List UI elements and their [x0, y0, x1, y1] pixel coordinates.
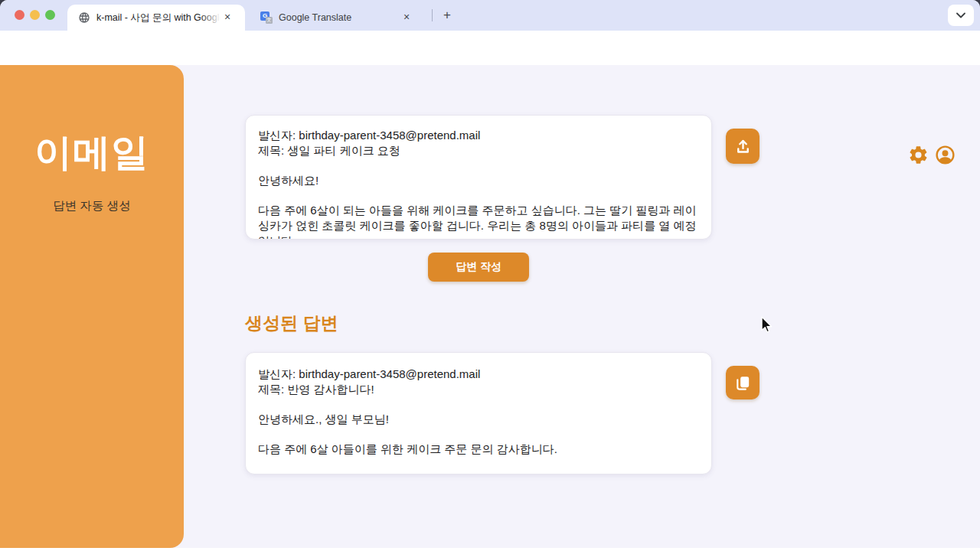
generated-reply-card: 발신자: birthday-parent-3458@pretend.mail 제…	[245, 352, 712, 474]
reply-body-1: 다음 주에 6살 아들이를 위한 케이크 주문 문의 감사합니다.	[258, 442, 699, 457]
generate-reply-button[interactable]: 답변 작성	[428, 253, 529, 282]
reply-sender-line: 발신자: birthday-parent-3458@pretend.mail	[258, 367, 699, 382]
chevron-down-icon	[956, 12, 965, 18]
incoming-body: 다음 주에 6살이 되는 아들을 위해 케이크를 주문하고 싶습니다. 그는 딸…	[258, 203, 699, 240]
tab-title: k-mail - 사업 문의 with Google	[96, 11, 220, 24]
browser-toolbar: 127.0.0.1:5000	[0, 31, 980, 65]
copy-icon	[734, 374, 752, 392]
upload-icon	[734, 138, 752, 155]
app-subtitle: 답변 자동 생성	[0, 198, 184, 214]
settings-button[interactable]	[908, 145, 929, 165]
tab-separator	[432, 9, 433, 21]
sidebar: 이메일 답변 자동 생성	[0, 65, 184, 548]
page-content: 이메일 답변 자동 생성 발신자: birthday-parent-3458@p…	[0, 65, 980, 548]
reply-body-2: 딸기 필링과 레이싱카가 위한 초콜릿 케이크, 정말 귀엽네요!	[258, 471, 699, 474]
tab-close-icon[interactable]: ×	[400, 11, 413, 24]
tab-google-translate[interactable]: G 文 Google Translate ×	[253, 5, 427, 31]
new-tab-button[interactable]: +	[438, 6, 456, 24]
mouse-cursor	[759, 316, 774, 334]
incoming-greeting: 안녕하세요!	[258, 173, 699, 188]
macos-minimize-button[interactable]	[30, 10, 40, 20]
browser-window: k-mail - 사업 문의 with Google × G 文 Google …	[0, 0, 980, 551]
gear-icon	[908, 145, 929, 165]
tab-search-button[interactable]	[948, 5, 974, 26]
account-circle-icon	[934, 144, 956, 166]
reply-subject-line: 제목: 반영 감사합니다!	[258, 382, 699, 397]
app-title: 이메일	[0, 128, 184, 178]
tab-close-icon[interactable]: ×	[220, 11, 234, 24]
incoming-sender-line: 발신자: birthday-parent-3458@pretend.mail	[258, 128, 699, 143]
profile-button[interactable]	[934, 144, 956, 166]
globe-favicon-icon	[78, 11, 90, 24]
tab-strip: k-mail - 사업 문의 with Google × G 文 Google …	[0, 0, 980, 31]
reply-section-heading: 생성된 답변	[245, 311, 338, 335]
google-translate-favicon-icon: G 文	[260, 11, 273, 24]
incoming-subject-line: 제목: 생일 파티 케이크 요청	[258, 143, 699, 158]
incoming-email-card: 발신자: birthday-parent-3458@pretend.mail 제…	[245, 115, 712, 240]
tab-kmail[interactable]: k-mail - 사업 문의 with Google ×	[67, 5, 245, 31]
reply-greeting: 안녕하세요., 생일 부모님!	[258, 412, 699, 427]
tab-title: Google Translate	[279, 12, 400, 23]
macos-maximize-button[interactable]	[45, 10, 55, 20]
copy-reply-button[interactable]	[726, 366, 760, 399]
macos-close-button[interactable]	[15, 10, 24, 20]
upload-button[interactable]	[726, 129, 760, 164]
